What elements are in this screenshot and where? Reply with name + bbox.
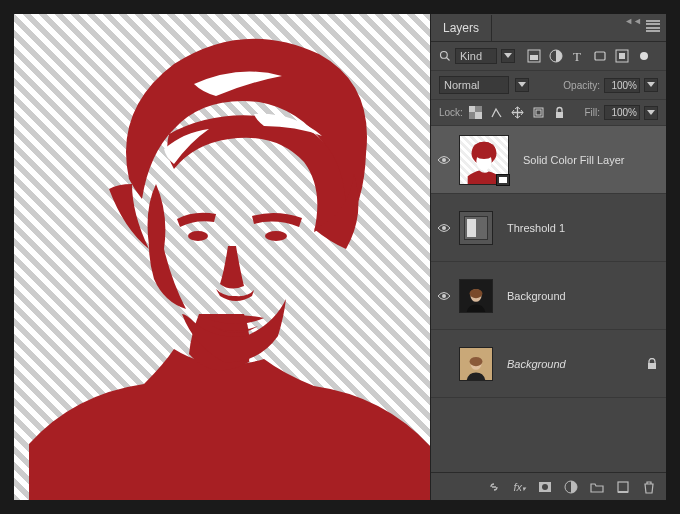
lock-position-icon[interactable]	[511, 106, 524, 119]
fill-input[interactable]: 100%	[604, 105, 640, 120]
visibility-icon[interactable]	[437, 155, 451, 165]
kind-dropdown-icon[interactable]	[501, 49, 515, 63]
layer-row[interactable]: Background	[431, 330, 666, 398]
layer-name[interactable]: Background	[507, 290, 658, 302]
lock-transparency-icon[interactable]	[469, 106, 482, 119]
collapse-icon[interactable]: ◄◄	[624, 16, 642, 26]
search-icon	[439, 50, 451, 62]
opacity-input[interactable]: 100%	[604, 78, 640, 93]
filter-toggle-icon[interactable]	[637, 49, 651, 63]
svg-rect-17	[556, 112, 563, 118]
opacity-label: Opacity:	[563, 80, 600, 91]
filter-type-icon[interactable]: T	[571, 49, 585, 63]
svg-point-21	[472, 141, 495, 158]
filter-shape-icon[interactable]	[593, 49, 607, 63]
layer-name[interactable]: Solid Color Fill Layer	[523, 154, 658, 166]
svg-rect-8	[595, 52, 605, 60]
mask-link-icon[interactable]	[496, 174, 510, 186]
blend-mode-select[interactable]: Normal	[439, 76, 509, 94]
layer-name[interactable]: Background	[507, 358, 646, 370]
svg-point-18	[442, 158, 446, 162]
adjustment-layer-icon[interactable]	[564, 480, 578, 494]
panel-footer: fx▾	[431, 472, 666, 500]
portrait-artwork	[14, 14, 430, 500]
layer-effects-icon[interactable]: fx▾	[513, 481, 526, 493]
filter-smartobject-icon[interactable]	[615, 49, 629, 63]
layer-name[interactable]: Threshold 1	[507, 222, 658, 234]
svg-rect-15	[534, 108, 543, 117]
svg-point-0	[188, 231, 208, 241]
layers-panel: Layers ◄◄ Kind T Normal Opacity: 100%	[430, 14, 666, 500]
visibility-icon[interactable]	[437, 223, 451, 233]
svg-rect-28	[648, 363, 656, 369]
lock-row: Lock: Fill: 100%	[431, 100, 666, 126]
svg-rect-32	[618, 482, 628, 492]
threshold-icon	[464, 216, 488, 240]
blend-dropdown-icon[interactable]	[515, 78, 529, 92]
layers-list: Solid Color Fill Layer Threshold 1 Backg…	[431, 126, 666, 472]
lock-icon	[646, 358, 658, 370]
lock-label: Lock:	[439, 107, 463, 118]
link-layers-icon[interactable]	[487, 480, 501, 494]
svg-rect-5	[530, 55, 538, 60]
svg-point-30	[542, 484, 548, 490]
svg-rect-13	[469, 106, 475, 112]
panel-menu-icon[interactable]	[646, 20, 660, 32]
opacity-dropdown-icon[interactable]	[644, 78, 658, 92]
fill-dropdown-icon[interactable]	[644, 106, 658, 120]
fill-label: Fill:	[584, 107, 600, 118]
lock-pixels-icon[interactable]	[490, 106, 503, 119]
canvas[interactable]	[14, 14, 430, 500]
svg-point-11	[640, 52, 648, 60]
layer-row[interactable]: Threshold 1	[431, 194, 666, 262]
svg-point-27	[470, 356, 483, 365]
kind-filter[interactable]: Kind	[455, 48, 497, 64]
svg-point-2	[441, 52, 448, 59]
tab-layers[interactable]: Layers	[431, 15, 492, 41]
filter-adjustment-icon[interactable]	[549, 49, 563, 63]
layer-row[interactable]: Solid Color Fill Layer	[431, 126, 666, 194]
svg-rect-10	[619, 53, 625, 59]
svg-point-25	[470, 288, 483, 297]
layer-thumbnail[interactable]	[459, 347, 493, 381]
svg-line-3	[447, 58, 450, 61]
blend-row: Normal Opacity: 100%	[431, 71, 666, 100]
svg-point-23	[442, 294, 446, 298]
lock-artboard-icon[interactable]	[532, 106, 545, 119]
layer-thumbnail[interactable]	[459, 279, 493, 313]
svg-point-1	[265, 231, 287, 241]
new-layer-icon[interactable]	[616, 480, 630, 494]
svg-rect-14	[475, 112, 482, 119]
layer-thumbnail[interactable]	[459, 211, 493, 245]
svg-text:T: T	[573, 49, 581, 63]
filter-row: Kind T	[431, 42, 666, 71]
lock-all-icon[interactable]	[553, 106, 566, 119]
layer-row[interactable]: Background	[431, 262, 666, 330]
visibility-icon[interactable]	[437, 291, 451, 301]
group-icon[interactable]	[590, 480, 604, 494]
layer-thumbnail[interactable]	[459, 135, 509, 185]
filter-pixel-icon[interactable]	[527, 49, 541, 63]
delete-layer-icon[interactable]	[642, 480, 656, 494]
svg-point-22	[442, 226, 446, 230]
svg-rect-16	[536, 110, 541, 115]
layer-mask-icon[interactable]	[538, 480, 552, 494]
